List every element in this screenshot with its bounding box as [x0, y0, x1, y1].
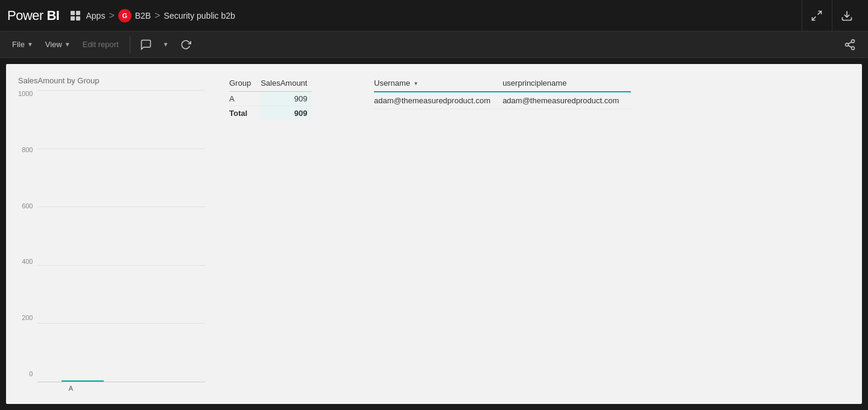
svg-rect-2	[71, 16, 75, 21]
breadcrumb: Apps > G B2B > Security public b2b	[70, 9, 235, 22]
file-label: File	[12, 40, 25, 49]
sort-icon-username: ▼	[414, 81, 419, 86]
comments-dropdown[interactable]: ▼	[158, 39, 174, 50]
cell-upn: adam@themeasuredproduct.com	[502, 92, 631, 109]
breadcrumb-b2b[interactable]: B2B	[135, 11, 151, 21]
file-menu[interactable]: File ▼	[7, 37, 38, 51]
chart-area: 1000 800 600 400 200 0	[18, 90, 205, 392]
y-label-400: 400	[22, 258, 33, 265]
expand-button[interactable]	[802, 0, 831, 31]
col-group-header: Group	[229, 76, 261, 92]
grid-line-200	[37, 323, 205, 324]
user-table-section: Username ▼ userprinciplename adam@themea…	[374, 76, 631, 392]
comments-chevron: ▼	[163, 41, 169, 48]
cell-amount-a: 909	[261, 92, 312, 106]
share-button[interactable]	[839, 34, 861, 56]
report-canvas: SalesAmount by Group 1000 800 600 400 20…	[6, 64, 862, 404]
svg-point-9	[852, 46, 855, 50]
y-label-600: 600	[22, 202, 33, 210]
edit-report-button[interactable]: Edit report	[78, 37, 124, 51]
cell-username: adam@themeasuredproduct.com	[374, 92, 502, 109]
sales-table: Group SalesAmount A 909 Total 909	[229, 76, 312, 120]
chart-grid	[37, 90, 205, 382]
y-label-1000: 1000	[18, 90, 33, 97]
breadcrumb-sep-2: >	[154, 10, 160, 21]
view-chevron: ▼	[65, 41, 71, 48]
top-bar-actions	[802, 0, 861, 31]
col-upn-header[interactable]: userprinciplename	[502, 76, 631, 92]
chart-title: SalesAmount by Group	[18, 76, 205, 85]
grid-line-600	[37, 207, 205, 207]
y-label-800: 800	[22, 146, 33, 153]
breadcrumb-sep-1: >	[109, 10, 114, 21]
grid-line-1000	[37, 90, 205, 91]
chart-body: A	[37, 90, 205, 392]
app-logo: Power BI	[7, 8, 59, 24]
view-menu[interactable]: View ▼	[40, 37, 75, 51]
cell-total-amount: 909	[261, 106, 312, 121]
top-bar: Power BI Apps > G B2B > Security publ	[0, 0, 868, 31]
y-label-0: 0	[29, 370, 33, 377]
svg-line-5	[812, 16, 816, 20]
x-labels: A	[37, 382, 205, 392]
download-button[interactable]	[832, 0, 861, 31]
table-row: A 909	[229, 92, 312, 106]
x-label-a: A	[49, 385, 92, 392]
svg-line-4	[817, 11, 821, 14]
view-label: View	[45, 40, 62, 49]
breadcrumb-report[interactable]: Security public b2b	[164, 11, 235, 21]
grid-line-800	[37, 149, 205, 149]
total-row: Total 909	[229, 106, 312, 121]
svg-line-10	[848, 45, 852, 47]
col-username-header[interactable]: Username ▼	[374, 76, 502, 92]
toolbar-separator	[130, 36, 130, 53]
bar-a-fill[interactable]	[62, 380, 104, 382]
user-table-row: adam@themeasuredproduct.com adam@themeas…	[374, 92, 631, 109]
col-sales-header: SalesAmount	[261, 76, 312, 92]
svg-rect-0	[71, 11, 75, 15]
refresh-button[interactable]	[176, 35, 195, 54]
svg-point-8	[846, 43, 849, 46]
user-table: Username ▼ userprinciplename adam@themea…	[374, 76, 631, 109]
comments-button[interactable]	[136, 35, 156, 54]
svg-point-7	[852, 39, 855, 42]
toolbar: File ▼ View ▼ Edit report ▼	[0, 31, 868, 58]
b2b-badge: G	[118, 9, 131, 22]
sales-chart-section: SalesAmount by Group 1000 800 600 400 20…	[18, 76, 205, 392]
cell-total-label: Total	[229, 106, 261, 121]
svg-line-11	[848, 42, 852, 43]
apps-icon	[70, 10, 81, 21]
y-axis: 1000 800 600 400 200 0	[18, 90, 37, 392]
grid-line-400	[37, 265, 205, 266]
svg-rect-3	[76, 16, 80, 21]
breadcrumb-apps[interactable]: Apps	[86, 11, 105, 21]
sales-table-section: Group SalesAmount A 909 Total 909	[229, 76, 350, 392]
y-label-200: 200	[22, 314, 33, 321]
file-chevron: ▼	[27, 41, 33, 48]
cell-group-a: A	[229, 92, 261, 106]
svg-rect-1	[76, 11, 80, 15]
